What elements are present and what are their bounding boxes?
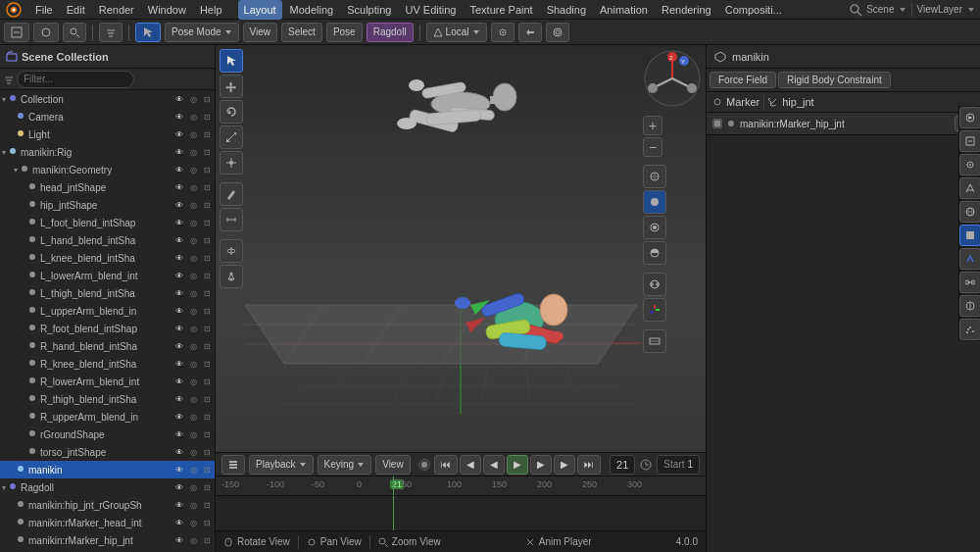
visibility-icon[interactable]: 👁 <box>173 289 185 298</box>
material-shading-btn[interactable] <box>643 216 666 239</box>
data-icon[interactable]: ⊡ <box>201 395 213 404</box>
outliner-filter-icon[interactable] <box>4 75 14 84</box>
render-visibility-icon[interactable]: ◎ <box>187 95 199 104</box>
outliner-item-manikin_rig[interactable]: ▾manikin:Rig👁◎⊡ <box>0 143 215 161</box>
outliner-item-hip_jntshape[interactable]: hip_jntShape👁◎⊡ <box>0 196 215 214</box>
outliner-item-l_lowerarm[interactable]: L_lowerArm_blend_int👁◎⊡ <box>0 267 215 284</box>
outliner-item-r_thigh[interactable]: R_thigh_blend_intSha👁◎⊡ <box>0 390 215 408</box>
outliner-item-collection[interactable]: ▾Collection👁◎⊡ <box>0 90 215 108</box>
data-icon[interactable]: ⊡ <box>201 254 213 263</box>
outliner-item-light[interactable]: Light👁◎⊡ <box>0 125 215 143</box>
outliner-item-marker_head[interactable]: manikin:rMarker_head_int👁◎⊡ <box>0 514 215 531</box>
menu-file[interactable]: File <box>29 0 59 20</box>
outliner-item-marker_hip[interactable]: manikin:rMarker_hip_jnt👁◎⊡ <box>0 531 215 549</box>
data-icon[interactable]: ⊡ <box>201 466 213 475</box>
select-dropdown[interactable]: Select <box>281 23 322 42</box>
expand-arrow[interactable]: ▾ <box>14 166 18 175</box>
data-icon[interactable]: ⊡ <box>201 483 213 492</box>
data-icon[interactable]: ⊡ <box>201 166 213 175</box>
start-frame[interactable]: Start 1 <box>657 455 700 475</box>
outliner-item-ragdoll[interactable]: ▾Ragdoll👁◎⊡ <box>0 478 215 496</box>
render-visibility-icon[interactable]: ◎ <box>187 360 199 369</box>
measure-tool-btn[interactable] <box>220 208 243 231</box>
visibility-icon[interactable]: 👁 <box>173 130 185 139</box>
transform-tool-btn[interactable] <box>220 151 243 175</box>
data-icon[interactable]: ⊡ <box>201 130 213 139</box>
workspace-rendering[interactable]: Rendering <box>656 0 717 20</box>
visibility-icon[interactable]: 👁 <box>173 519 185 527</box>
data-icon[interactable]: ⊡ <box>201 272 213 280</box>
prev-keyframe-btn[interactable]: ◀ <box>460 455 481 475</box>
render-visibility-icon[interactable]: ◎ <box>187 501 199 510</box>
outliner-item-head_jntshape[interactable]: head_jntShape👁◎⊡ <box>0 178 215 196</box>
menu-help[interactable]: Help <box>194 0 228 20</box>
rendered-shading-btn[interactable] <box>643 241 666 265</box>
render-visibility-icon[interactable]: ◎ <box>187 166 199 175</box>
outliner-item-manikin_geometry[interactable]: ▾manikin:Geometry👁◎⊡ <box>0 161 215 178</box>
workspace-shading[interactable]: Shading <box>541 0 592 20</box>
data-icon[interactable]: ⊡ <box>201 148 213 157</box>
jump-end-btn[interactable]: ⏭ <box>577 455 601 475</box>
visibility-icon[interactable]: 👁 <box>173 148 185 157</box>
gizmo-toggle-btn[interactable] <box>643 298 666 322</box>
visibility-icon[interactable]: 👁 <box>173 201 185 210</box>
prop-constraint-tab[interactable] <box>959 272 980 293</box>
render-visibility-icon[interactable]: ◎ <box>187 130 199 139</box>
outliner-item-hip_jnt_r_group[interactable]: manikin:hip_jnt_rGroupSh👁◎⊡ <box>0 496 215 514</box>
bone-roll-btn[interactable] <box>220 239 243 263</box>
visibility-icon[interactable]: 👁 <box>173 113 185 122</box>
visibility-icon[interactable]: 👁 <box>173 307 185 316</box>
prop-data-tab[interactable] <box>959 295 980 317</box>
view-dropdown[interactable]: View <box>243 23 278 42</box>
zoom-in-btn[interactable]: + <box>643 116 662 135</box>
visibility-icon[interactable]: 👁 <box>173 183 185 192</box>
render-visibility-icon[interactable]: ◎ <box>187 483 199 492</box>
visibility-icon[interactable]: 👁 <box>173 166 185 175</box>
workspace-sculpting[interactable]: Sculpting <box>341 0 397 20</box>
render-visibility-icon[interactable]: ◎ <box>187 219 199 227</box>
workspace-texture-paint[interactable]: Texture Paint <box>464 0 538 20</box>
cursor-tool-btn[interactable] <box>220 49 243 73</box>
cursor-tool[interactable] <box>135 23 161 42</box>
overlay-toggle-btn[interactable] <box>643 273 666 296</box>
marker-checkbox[interactable] <box>712 119 722 128</box>
solid-shading-btn[interactable] <box>643 190 666 214</box>
data-icon[interactable]: ⊡ <box>201 219 213 227</box>
visibility-icon[interactable]: 👁 <box>173 272 185 280</box>
navigation-gizmo[interactable]: Z Y <box>643 49 702 108</box>
outliner-item-r_lowerarm[interactable]: R_lowerArm_blend_int👁◎⊡ <box>0 373 215 390</box>
play-btn[interactable]: ▶ <box>507 455 528 475</box>
data-icon[interactable]: ⊡ <box>201 289 213 298</box>
proportional-btn[interactable] <box>546 23 569 42</box>
visibility-icon[interactable]: 👁 <box>173 430 185 439</box>
jump-start-btn[interactable]: ⏮ <box>434 455 458 475</box>
outliner-item-l_hand[interactable]: L_hand_blend_intSha👁◎⊡ <box>0 231 215 249</box>
data-icon[interactable]: ⊡ <box>201 360 213 369</box>
menu-edit[interactable]: Edit <box>61 0 91 20</box>
data-icon[interactable]: ⊡ <box>201 113 213 122</box>
render-visibility-icon[interactable]: ◎ <box>187 413 199 422</box>
move-tool-btn[interactable] <box>220 75 243 98</box>
workspace-layout[interactable]: Layout <box>238 0 282 20</box>
render-visibility-icon[interactable]: ◎ <box>187 272 199 280</box>
toolbar-icon-2[interactable] <box>33 23 59 42</box>
annotate-tool-btn[interactable] <box>220 182 243 206</box>
data-icon[interactable]: ⊡ <box>201 501 213 510</box>
render-visibility-icon[interactable]: ◎ <box>187 430 199 439</box>
workspace-compositing[interactable]: Compositi... <box>719 0 788 20</box>
render-visibility-icon[interactable]: ◎ <box>187 113 199 122</box>
zoom-out-btn[interactable]: − <box>643 137 662 157</box>
visibility-icon[interactable]: 👁 <box>173 325 185 333</box>
render-visibility-icon[interactable]: ◎ <box>187 536 199 545</box>
xray-toggle-btn[interactable] <box>643 329 666 353</box>
render-visibility-icon[interactable]: ◎ <box>187 466 199 475</box>
data-icon[interactable]: ⊡ <box>201 448 213 457</box>
visibility-icon[interactable]: 👁 <box>173 501 185 510</box>
prop-particles-tab[interactable] <box>959 319 980 340</box>
workspace-animation[interactable]: Animation <box>594 0 654 20</box>
outliner-item-l_thigh[interactable]: L_thigh_blend_intSha👁◎⊡ <box>0 284 215 302</box>
visibility-icon[interactable]: 👁 <box>173 483 185 492</box>
outliner-item-r_foot[interactable]: R_foot_blend_intShap👁◎⊡ <box>0 320 215 337</box>
expand-arrow[interactable]: ▾ <box>2 483 6 492</box>
visibility-icon[interactable]: 👁 <box>173 342 185 351</box>
